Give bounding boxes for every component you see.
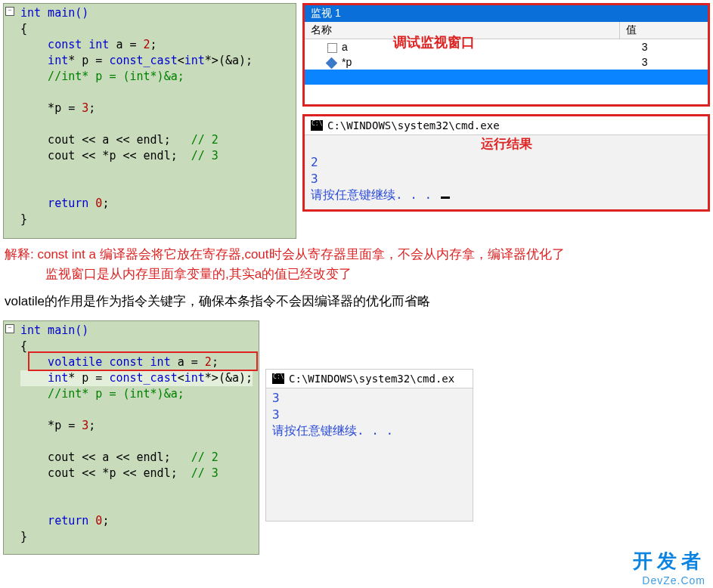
explanation-text: 解释: const int a 编译器会将它放在寄存器,cout时会从寄存器里面…	[0, 239, 713, 285]
watch-row[interactable]: *p 3	[305, 54, 708, 70]
cursor-icon	[441, 197, 450, 199]
code-line: int main()	[20, 6, 88, 20]
code-editor-2: − int main() { volatile const int a = 2;…	[3, 320, 259, 555]
watch-annotation: 调试监视窗口	[393, 33, 475, 51]
watch-col-val: 值	[620, 22, 708, 39]
cmd-title: C:\WINDOWS\system32\cmd.exe	[305, 116, 708, 135]
cmd-window-1: C:\WINDOWS\system32\cmd.exe 运行结果 2 3 请按任…	[302, 114, 710, 212]
cmd-output: 3 3 请按任意键继续. . .	[266, 388, 473, 441]
cmd-annotation: 运行结果	[305, 135, 708, 153]
cmd-window-2: C:\WINDOWS\system32\cmd.ex 3 3 请按任意键继续. …	[265, 369, 473, 521]
fold-icon[interactable]: −	[5, 324, 14, 333]
fold-icon[interactable]: −	[5, 7, 14, 16]
volatile-note: volatile的作用是作为指令关键字，确保本条指令不会因编译器的优化而省略	[0, 285, 713, 320]
cmd-icon	[311, 120, 323, 131]
watermark: 开发者 DevZe.Com	[633, 548, 705, 586]
cmd-title: C:\WINDOWS\system32\cmd.ex	[266, 370, 473, 388]
watch-window: 监视 1 名称 值 a 3 *p 3	[302, 3, 710, 107]
cmd-output: 2 3 请按任意键继续. . .	[305, 153, 708, 205]
watch-header: 名称 值	[305, 22, 708, 39]
variable-icon	[327, 43, 337, 53]
code-editor-1: − int main() { const int a = 2; int* p =…	[3, 3, 296, 239]
pointer-icon	[326, 57, 338, 70]
watch-title: 监视 1	[305, 5, 708, 22]
watch-row[interactable]: a 3	[305, 39, 708, 54]
watch-row-selected[interactable]	[305, 70, 708, 85]
cmd-icon	[272, 373, 284, 384]
